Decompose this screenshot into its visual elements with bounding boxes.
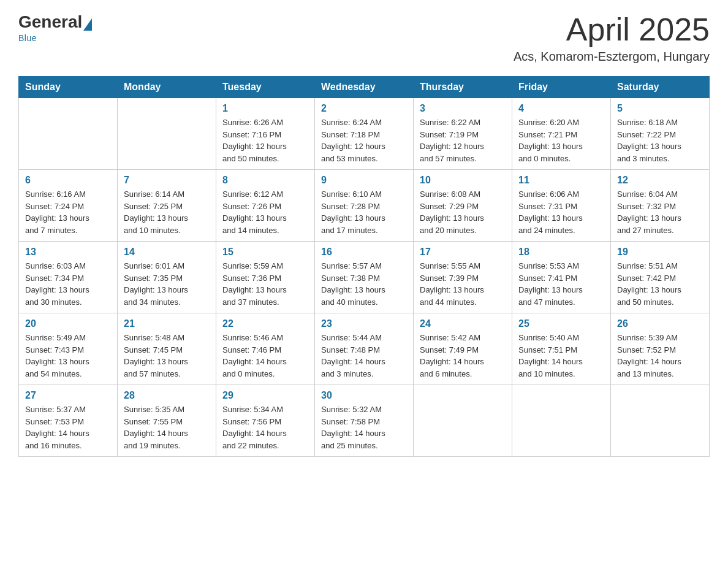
calendar-cell: 7Sunrise: 6:14 AM Sunset: 7:25 PM Daylig…: [118, 170, 216, 242]
day-number: 5: [617, 103, 703, 114]
calendar-header: SundayMondayTuesdayWednesdayThursdayFrid…: [19, 77, 710, 98]
calendar-cell: 15Sunrise: 5:59 AM Sunset: 7:36 PM Dayli…: [216, 242, 315, 313]
day-number: 4: [518, 103, 604, 114]
day-info: Sunrise: 5:48 AM Sunset: 7:45 PM Dayligh…: [124, 332, 210, 380]
calendar-cell: 8Sunrise: 6:12 AM Sunset: 7:26 PM Daylig…: [216, 170, 315, 242]
day-info: Sunrise: 5:40 AM Sunset: 7:51 PM Dayligh…: [518, 332, 604, 380]
month-title: April 2025: [514, 12, 710, 47]
day-info: Sunrise: 5:53 AM Sunset: 7:41 PM Dayligh…: [518, 260, 604, 308]
day-info: Sunrise: 6:12 AM Sunset: 7:26 PM Dayligh…: [222, 188, 308, 236]
day-number: 1: [222, 103, 308, 114]
calendar-cell: 5Sunrise: 6:18 AM Sunset: 7:22 PM Daylig…: [611, 98, 710, 170]
calendar-cell: 9Sunrise: 6:10 AM Sunset: 7:28 PM Daylig…: [315, 170, 414, 242]
calendar-table: SundayMondayTuesdayWednesdayThursdayFrid…: [18, 76, 710, 457]
day-number: 17: [420, 247, 506, 258]
calendar-cell: 2Sunrise: 6:24 AM Sunset: 7:18 PM Daylig…: [315, 98, 414, 170]
calendar-cell: 17Sunrise: 5:55 AM Sunset: 7:39 PM Dayli…: [414, 242, 512, 313]
day-info: Sunrise: 6:26 AM Sunset: 7:16 PM Dayligh…: [222, 117, 308, 164]
weekday-header-saturday: Saturday: [611, 77, 710, 98]
day-info: Sunrise: 6:04 AM Sunset: 7:32 PM Dayligh…: [617, 188, 703, 236]
calendar-cell: 20Sunrise: 5:49 AM Sunset: 7:43 PM Dayli…: [19, 313, 118, 385]
location-title: Acs, Komarom-Esztergom, Hungary: [514, 50, 710, 64]
calendar-cell: [19, 98, 118, 170]
day-number: 22: [222, 318, 308, 329]
calendar-week-row: 27Sunrise: 5:37 AM Sunset: 7:53 PM Dayli…: [19, 385, 710, 457]
day-info: Sunrise: 5:55 AM Sunset: 7:39 PM Dayligh…: [420, 260, 506, 308]
day-number: 29: [222, 390, 308, 401]
day-number: 2: [321, 103, 407, 114]
day-number: 7: [124, 175, 210, 186]
day-info: Sunrise: 5:46 AM Sunset: 7:46 PM Dayligh…: [222, 332, 308, 380]
day-info: Sunrise: 6:06 AM Sunset: 7:31 PM Dayligh…: [518, 188, 604, 236]
day-info: Sunrise: 6:01 AM Sunset: 7:35 PM Dayligh…: [124, 260, 210, 308]
weekday-header-friday: Friday: [512, 77, 611, 98]
calendar-cell: [611, 385, 710, 457]
day-info: Sunrise: 5:34 AM Sunset: 7:56 PM Dayligh…: [222, 404, 308, 451]
calendar-cell: 19Sunrise: 5:51 AM Sunset: 7:42 PM Dayli…: [611, 242, 710, 313]
day-info: Sunrise: 5:59 AM Sunset: 7:36 PM Dayligh…: [222, 260, 308, 308]
day-number: 15: [222, 247, 308, 258]
calendar-cell: 1Sunrise: 6:26 AM Sunset: 7:16 PM Daylig…: [216, 98, 315, 170]
calendar-cell: 24Sunrise: 5:42 AM Sunset: 7:49 PM Dayli…: [414, 313, 512, 385]
calendar-cell: 29Sunrise: 5:34 AM Sunset: 7:56 PM Dayli…: [216, 385, 315, 457]
day-info: Sunrise: 5:37 AM Sunset: 7:53 PM Dayligh…: [25, 404, 111, 451]
day-info: Sunrise: 6:16 AM Sunset: 7:24 PM Dayligh…: [25, 188, 111, 236]
day-number: 27: [25, 390, 111, 401]
calendar-cell: 27Sunrise: 5:37 AM Sunset: 7:53 PM Dayli…: [19, 385, 118, 457]
weekday-header-tuesday: Tuesday: [216, 77, 315, 98]
weekday-header-thursday: Thursday: [414, 77, 512, 98]
title-area: April 2025 Acs, Komarom-Esztergom, Hunga…: [514, 12, 710, 64]
calendar-cell: 26Sunrise: 5:39 AM Sunset: 7:52 PM Dayli…: [611, 313, 710, 385]
day-number: 18: [518, 247, 604, 258]
logo-general-text: General: [18, 12, 82, 32]
logo-triangle-icon: [83, 18, 92, 31]
day-number: 24: [420, 318, 506, 329]
calendar-cell: 18Sunrise: 5:53 AM Sunset: 7:41 PM Dayli…: [512, 242, 611, 313]
calendar-cell: 14Sunrise: 6:01 AM Sunset: 7:35 PM Dayli…: [118, 242, 216, 313]
day-number: 30: [321, 390, 407, 401]
calendar-cell: [512, 385, 611, 457]
day-info: Sunrise: 5:51 AM Sunset: 7:42 PM Dayligh…: [617, 260, 703, 308]
calendar-week-row: 20Sunrise: 5:49 AM Sunset: 7:43 PM Dayli…: [19, 313, 710, 385]
day-number: 14: [124, 247, 210, 258]
calendar-cell: 3Sunrise: 6:22 AM Sunset: 7:19 PM Daylig…: [414, 98, 512, 170]
weekday-header-monday: Monday: [118, 77, 216, 98]
day-number: 16: [321, 247, 407, 258]
day-number: 28: [124, 390, 210, 401]
calendar-cell: [414, 385, 512, 457]
calendar-cell: 13Sunrise: 6:03 AM Sunset: 7:34 PM Dayli…: [19, 242, 118, 313]
day-number: 20: [25, 318, 111, 329]
calendar-cell: 12Sunrise: 6:04 AM Sunset: 7:32 PM Dayli…: [611, 170, 710, 242]
logo: General Blue: [18, 12, 93, 43]
weekday-header-wednesday: Wednesday: [315, 77, 414, 98]
day-number: 26: [617, 318, 703, 329]
day-number: 21: [124, 318, 210, 329]
day-info: Sunrise: 5:35 AM Sunset: 7:55 PM Dayligh…: [124, 404, 210, 451]
page-header: General Blue April 2025 Acs, Komarom-Esz…: [18, 12, 710, 64]
calendar-week-row: 1Sunrise: 6:26 AM Sunset: 7:16 PM Daylig…: [19, 98, 710, 170]
day-info: Sunrise: 5:57 AM Sunset: 7:38 PM Dayligh…: [321, 260, 407, 308]
calendar-cell: 28Sunrise: 5:35 AM Sunset: 7:55 PM Dayli…: [118, 385, 216, 457]
day-number: 19: [617, 247, 703, 258]
calendar-cell: 21Sunrise: 5:48 AM Sunset: 7:45 PM Dayli…: [118, 313, 216, 385]
day-number: 12: [617, 175, 703, 186]
day-info: Sunrise: 6:10 AM Sunset: 7:28 PM Dayligh…: [321, 188, 407, 236]
weekday-header-row: SundayMondayTuesdayWednesdayThursdayFrid…: [19, 77, 710, 98]
calendar-cell: 30Sunrise: 5:32 AM Sunset: 7:58 PM Dayli…: [315, 385, 414, 457]
calendar-week-row: 13Sunrise: 6:03 AM Sunset: 7:34 PM Dayli…: [19, 242, 710, 313]
day-number: 3: [420, 103, 506, 114]
calendar-cell: 6Sunrise: 6:16 AM Sunset: 7:24 PM Daylig…: [19, 170, 118, 242]
day-number: 10: [420, 175, 506, 186]
day-number: 13: [25, 247, 111, 258]
calendar-cell: 22Sunrise: 5:46 AM Sunset: 7:46 PM Dayli…: [216, 313, 315, 385]
day-info: Sunrise: 5:32 AM Sunset: 7:58 PM Dayligh…: [321, 404, 407, 451]
calendar-cell: 25Sunrise: 5:40 AM Sunset: 7:51 PM Dayli…: [512, 313, 611, 385]
calendar-cell: 10Sunrise: 6:08 AM Sunset: 7:29 PM Dayli…: [414, 170, 512, 242]
day-info: Sunrise: 5:44 AM Sunset: 7:48 PM Dayligh…: [321, 332, 407, 380]
day-info: Sunrise: 6:22 AM Sunset: 7:19 PM Dayligh…: [420, 117, 506, 164]
day-info: Sunrise: 5:39 AM Sunset: 7:52 PM Dayligh…: [617, 332, 703, 380]
day-info: Sunrise: 6:18 AM Sunset: 7:22 PM Dayligh…: [617, 117, 703, 164]
day-number: 6: [25, 175, 111, 186]
day-info: Sunrise: 6:20 AM Sunset: 7:21 PM Dayligh…: [518, 117, 604, 164]
calendar-cell: 16Sunrise: 5:57 AM Sunset: 7:38 PM Dayli…: [315, 242, 414, 313]
